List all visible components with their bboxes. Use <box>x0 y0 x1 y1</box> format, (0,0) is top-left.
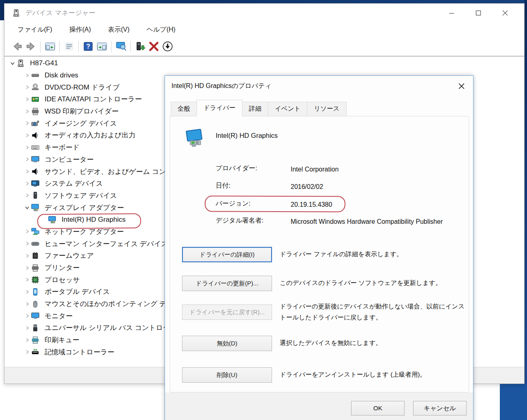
chevron-right-icon[interactable] <box>24 168 31 175</box>
chevron-right-icon[interactable] <box>24 288 31 296</box>
forward-arrow-icon[interactable] <box>24 40 38 54</box>
driver-tab-page: Intel(R) HD Graphics プロバイダー:Intel Corpor… <box>170 116 469 392</box>
action-button-1[interactable]: ドライバーの更新(P)... <box>182 276 272 291</box>
system-device-icon <box>31 180 41 188</box>
toolbar-separator <box>40 41 41 52</box>
portable-device-icon <box>31 288 41 296</box>
action-description: ドライバーをアンインストールします (上級者用)。 <box>280 369 466 380</box>
maximize-icon[interactable] <box>465 4 492 22</box>
chevron-right-icon[interactable] <box>24 336 31 344</box>
chevron-right-icon[interactable] <box>24 228 31 235</box>
tree-item-label: 印刷キュー <box>45 335 79 345</box>
dialog-tabs: 全般ドライバー詳細イベントリソース <box>171 102 347 116</box>
chevron-right-icon[interactable] <box>24 108 31 115</box>
tree-item-label: コンピューター <box>45 155 94 164</box>
mouse-icon <box>31 300 41 308</box>
action-button-3[interactable]: 無効(D) <box>182 336 272 351</box>
chevron-down-icon[interactable] <box>24 204 31 211</box>
back-arrow-icon[interactable] <box>10 40 24 54</box>
window-title: デバイス マネージャー <box>26 9 96 17</box>
chevron-right-icon[interactable] <box>24 264 31 272</box>
tree-item-label: ポータブル デバイス <box>45 287 110 296</box>
pc-icon <box>16 59 27 67</box>
chevron-right-icon[interactable] <box>24 324 31 332</box>
chevron-right-icon[interactable] <box>24 192 31 199</box>
imaging-device-icon <box>31 119 41 127</box>
action-description: ドライバーの更新後にデバイスが動作しない場合、以前にインストールしたドライバーに… <box>280 301 466 323</box>
tree-item-label: イメージング デバイス <box>45 119 117 128</box>
chevron-right-icon[interactable] <box>24 276 31 283</box>
desktop-right-strip <box>525 0 527 384</box>
menu-bar: ファイル(F)操作(A)表示(V)ヘルプ(H) <box>4 22 524 37</box>
tab-全般[interactable]: 全般 <box>171 102 197 116</box>
tree-item-label: モニター <box>45 311 73 321</box>
cancel-button[interactable]: キャンセル <box>413 401 467 416</box>
audio-icon <box>31 167 41 176</box>
tab-詳細[interactable]: 詳細 <box>242 102 268 116</box>
chevron-right-icon[interactable] <box>24 252 31 259</box>
dialog-close-icon[interactable] <box>455 80 467 92</box>
toolbar-separator <box>111 41 111 52</box>
scan-hardware-changes-icon[interactable] <box>114 40 128 54</box>
tab-ドライバー[interactable]: ドライバー <box>197 100 242 116</box>
menu-item-0[interactable]: ファイル(F) <box>12 24 58 36</box>
chevron-right-icon[interactable] <box>24 348 31 356</box>
field-value: Intel Corporation <box>291 164 453 175</box>
field-label: デジタル署名者: <box>216 216 264 225</box>
chevron-right-icon[interactable] <box>24 312 31 319</box>
tree-item-label: プロセッサ <box>45 275 80 285</box>
printer-icon <box>31 107 41 116</box>
menu-item-3[interactable]: ヘルプ(H) <box>141 24 181 36</box>
dialog-title-bar: Intel(R) HD Graphicsのプロパティ <box>165 76 473 96</box>
ok-button[interactable]: OK <box>351 401 405 416</box>
disable-down-arrow-icon[interactable] <box>161 40 174 54</box>
tree-item-label: プリンター <box>45 263 80 272</box>
chevron-right-icon[interactable] <box>24 132 31 139</box>
dvd-drive-icon <box>31 83 41 91</box>
show-tree-panel-icon[interactable] <box>43 40 57 54</box>
title-bar: デバイス マネージャー <box>4 4 524 22</box>
chevron-right-icon[interactable] <box>24 180 31 187</box>
action-description: 選択したデバイスを無効にします。 <box>280 337 466 348</box>
tree-item-label: システム デバイス <box>45 179 103 188</box>
tree-item-label: ユニバーサル シリアル バス コントローラー <box>45 323 184 332</box>
chevron-right-icon[interactable] <box>24 156 31 163</box>
tree-item-label: オーディオの入力および出力 <box>45 131 135 140</box>
desktop-left-strip <box>0 0 4 20</box>
field-value: Microsoft Windows Hardware Compatibility… <box>291 216 453 227</box>
toolbar-separator <box>130 41 131 52</box>
dialog-title: Intel(R) HD Graphicsのプロパティ <box>171 82 272 90</box>
chevron-right-icon[interactable] <box>24 120 31 127</box>
chevron-right-icon[interactable] <box>24 240 31 247</box>
chevron-right-icon[interactable] <box>24 96 31 103</box>
show-action-panel-icon[interactable] <box>95 40 109 54</box>
device-manager-app-icon <box>12 9 21 17</box>
tab-リソース[interactable]: リソース <box>307 102 346 116</box>
help-icon[interactable]: ? <box>81 40 95 54</box>
close-icon[interactable] <box>492 4 518 22</box>
printer-icon <box>31 264 41 272</box>
menu-item-1[interactable]: 操作(A) <box>64 24 96 36</box>
annotation-ellipse-version <box>205 195 345 212</box>
update-driver-icon[interactable] <box>133 40 147 54</box>
network-adapter-icon <box>31 227 41 236</box>
tree-item-label: ソフトウェア デバイス <box>45 191 117 200</box>
uninstall-red-x-icon[interactable] <box>147 40 161 54</box>
minimize-icon[interactable] <box>438 4 465 22</box>
svg-text:?: ? <box>86 43 90 50</box>
chevron-right-icon[interactable] <box>24 300 31 308</box>
menu-item-2[interactable]: 表示(V) <box>102 24 135 36</box>
action-button-4[interactable]: 削除(U) <box>182 367 272 383</box>
monitor-icon <box>31 312 41 320</box>
disk-drive-icon <box>31 71 41 79</box>
chevron-down-icon[interactable] <box>9 60 16 67</box>
tree-item-label: Disk drives <box>45 71 78 79</box>
chevron-right-icon[interactable] <box>24 72 31 79</box>
ide-controller-icon <box>31 95 41 103</box>
tab-イベント[interactable]: イベント <box>268 102 307 116</box>
chevron-right-icon[interactable] <box>24 144 31 151</box>
action-button-0[interactable]: ドライバーの詳細(I) <box>182 247 272 262</box>
properties-list-icon[interactable] <box>62 40 76 54</box>
tree-root-item[interactable]: H87-G41 <box>6 57 523 69</box>
chevron-right-icon[interactable] <box>24 84 31 91</box>
